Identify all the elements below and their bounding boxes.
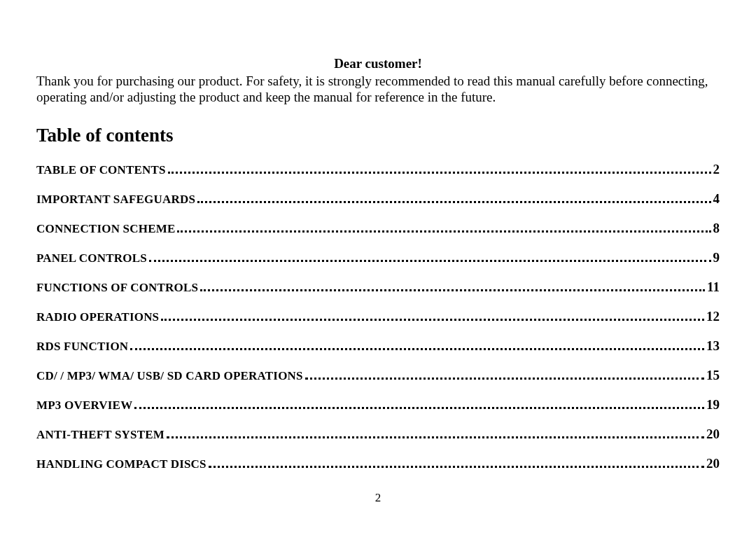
toc-entry-title: PANEL CONTROLS [36, 251, 147, 265]
page-number: 2 [36, 491, 720, 505]
toc-entry-title: TABLE OF CONTENTS [36, 163, 166, 177]
toc-entry: MP3 OVERVIEW 19 [36, 397, 720, 413]
toc-entry: RADIO OPERATIONS 12 [36, 309, 720, 324]
toc-entry: IMPORTANT SAFEGUARDS 4 [36, 191, 720, 207]
toc-entry: PANEL CONTROLS 9 [36, 250, 720, 265]
toc-leader-dots [305, 369, 704, 380]
toc-entry: TABLE OF CONTENTS 2 [36, 162, 720, 177]
toc-entry-title: CONNECTION SCHEME [36, 222, 175, 236]
toc-heading: Table of contents [36, 125, 720, 146]
toc-entry: FUNCTIONS OF CONTROLS 11 [36, 279, 720, 295]
greeting-heading: Dear customer! [36, 56, 720, 71]
toc-entry: ANTI-THEFT SYSTEM 20 [36, 427, 720, 442]
toc-entry: RDS FUNCTION 13 [36, 338, 720, 354]
toc-leader-dots [209, 457, 704, 468]
toc-entry: HANDLING COMPACT DISCS 20 [36, 456, 720, 471]
toc-entry-title: ANTI-THEFT SYSTEM [36, 428, 164, 442]
toc-entry-page: 2 [713, 162, 720, 177]
toc-leader-dots [177, 222, 710, 233]
toc-entry-page: 12 [706, 309, 720, 324]
toc-leader-dots [168, 163, 711, 174]
toc-entry-title: IMPORTANT SAFEGUARDS [36, 193, 195, 207]
toc-entry-page: 20 [706, 456, 720, 471]
toc-entry-page: 20 [706, 427, 720, 442]
toc-entry-page: 11 [707, 279, 720, 295]
intro-paragraph: Thank you for purchasing our product. Fo… [36, 73, 720, 105]
toc-entry-title: HANDLING COMPACT DISCS [36, 457, 206, 471]
toc-entry-page: 4 [713, 191, 720, 207]
toc-leader-dots [167, 428, 704, 438]
toc-entry-title: CD/ / MP3/ WMA/ USB/ SD CARD OPERATIONS [36, 369, 303, 383]
toc-entry-page: 13 [706, 338, 720, 354]
toc-leader-dots [197, 193, 710, 203]
toc-entry-title: RDS FUNCTION [36, 340, 128, 354]
toc-leader-dots [200, 281, 705, 291]
toc-leader-dots [149, 251, 711, 262]
toc-leader-dots [134, 399, 704, 409]
toc-entry-page: 9 [713, 250, 720, 265]
toc-leader-dots [130, 340, 704, 350]
toc-entry-title: MP3 OVERVIEW [36, 399, 132, 413]
toc-entry-page: 8 [713, 221, 720, 236]
toc-leader-dots [161, 310, 704, 321]
toc-entry: CD/ / MP3/ WMA/ USB/ SD CARD OPERATIONS … [36, 368, 720, 383]
toc-entry-page: 19 [706, 397, 720, 413]
toc-entry-title: FUNCTIONS OF CONTROLS [36, 281, 198, 295]
toc-entry-title: RADIO OPERATIONS [36, 310, 159, 324]
document-page: Dear customer! Thank you for purchasing … [0, 0, 756, 505]
toc-entry-page: 15 [706, 368, 720, 383]
table-of-contents: TABLE OF CONTENTS 2 IMPORTANT SAFEGUARDS… [36, 162, 720, 471]
toc-entry: CONNECTION SCHEME 8 [36, 221, 720, 236]
